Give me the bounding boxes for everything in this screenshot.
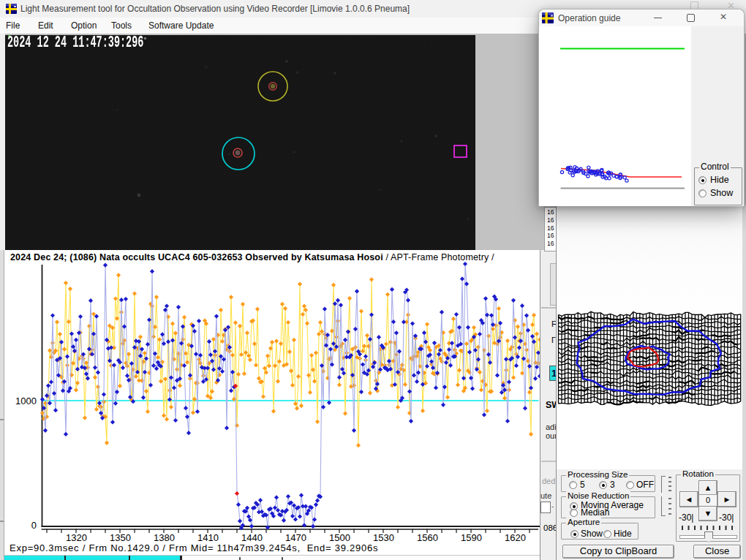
- svg-text:1410: 1410: [197, 532, 219, 543]
- svg-text:1320: 1320: [66, 532, 87, 543]
- svg-text:1470: 1470: [285, 532, 306, 543]
- svg-text:1000: 1000: [15, 396, 37, 406]
- svg-text:1530: 1530: [373, 532, 394, 543]
- svg-text:2024 Dec 24; (1086) Nata occul: 2024 Dec 24; (1086) Nata occults UCAC4 6…: [10, 252, 494, 262]
- svg-text:1440: 1440: [241, 532, 263, 543]
- svg-text:1590: 1590: [461, 532, 482, 543]
- svg-text:1620: 1620: [505, 532, 526, 543]
- svg-text:1350: 1350: [110, 532, 131, 543]
- svg-text:1500: 1500: [329, 532, 350, 543]
- svg-text:1560: 1560: [417, 532, 438, 543]
- svg-text:1380: 1380: [154, 532, 175, 543]
- svg-text:0: 0: [31, 520, 37, 531]
